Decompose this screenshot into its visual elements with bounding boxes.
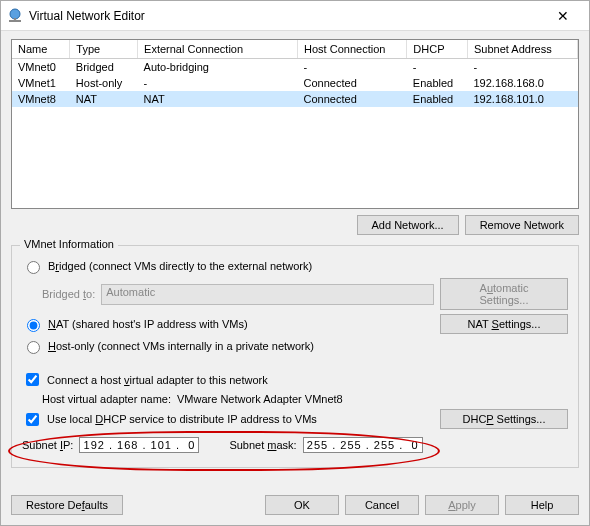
- use-dhcp-checkbox[interactable]: [26, 413, 39, 426]
- cell-ext: -: [138, 75, 298, 91]
- cell-ext: Auto-bridging: [138, 59, 298, 76]
- col-name[interactable]: Name: [12, 40, 70, 59]
- nat-radio-label[interactable]: NAT (shared host's IP address with VMs): [22, 316, 248, 332]
- table-row[interactable]: VMnet1Host-only-ConnectedEnabled192.168.…: [12, 75, 578, 91]
- col-host[interactable]: Host Connection: [298, 40, 407, 59]
- nat-radio[interactable]: [27, 319, 40, 332]
- col-dhcp[interactable]: DHCP: [407, 40, 468, 59]
- dhcp-settings-button[interactable]: DHCP Settings...: [440, 409, 568, 429]
- cell-subnet: -: [468, 59, 578, 76]
- cell-type: Host-only: [70, 75, 138, 91]
- vmnet-information-group: VMnet Information Bridged (connect VMs d…: [11, 245, 579, 468]
- cell-name: VMnet8: [12, 91, 70, 107]
- svg-rect-2: [14, 18, 16, 21]
- hostonly-radio-label[interactable]: Host-only (connect VMs internally in a p…: [22, 338, 314, 354]
- subnet-mask-input[interactable]: [303, 437, 423, 453]
- table-row[interactable]: VMnet8NATNATConnectedEnabled192.168.101.…: [12, 91, 578, 107]
- bridged-to-label: Bridged to:: [42, 288, 95, 300]
- subnet-mask-label: Subnet mask:: [229, 439, 296, 451]
- cell-host: Connected: [298, 75, 407, 91]
- cell-dhcp: Enabled: [407, 91, 468, 107]
- cell-subnet: 192.168.101.0: [468, 91, 578, 107]
- cell-type: Bridged: [70, 59, 138, 76]
- host-adapter-name-label: Host virtual adapter name:: [42, 393, 171, 405]
- help-button[interactable]: Help: [505, 495, 579, 515]
- cell-dhcp: Enabled: [407, 75, 468, 91]
- bridged-radio[interactable]: [27, 261, 40, 274]
- cell-name: VMnet0: [12, 59, 70, 76]
- cell-host: Connected: [298, 91, 407, 107]
- close-icon[interactable]: ✕: [543, 8, 583, 24]
- col-subnet[interactable]: Subnet Address: [468, 40, 578, 59]
- subnet-ip-input[interactable]: [79, 437, 199, 453]
- table-row[interactable]: VMnet0BridgedAuto-bridging---: [12, 59, 578, 76]
- bridged-to-select: Automatic: [101, 284, 434, 305]
- apply-button: Apply: [425, 495, 499, 515]
- remove-network-button[interactable]: Remove Network: [465, 215, 579, 235]
- automatic-settings-button: Automatic Settings...: [440, 278, 568, 310]
- window-title: Virtual Network Editor: [29, 9, 543, 23]
- connect-host-adapter-label[interactable]: Connect a host virtual adapter to this n…: [22, 370, 268, 389]
- cell-dhcp: -: [407, 59, 468, 76]
- svg-point-0: [10, 9, 20, 19]
- cell-subnet: 192.168.168.0: [468, 75, 578, 91]
- ok-button[interactable]: OK: [265, 495, 339, 515]
- body: Name Type External Connection Host Conne…: [1, 31, 589, 525]
- host-adapter-name-value: VMware Network Adapter VMnet8: [177, 393, 343, 405]
- subnet-ip-label: Subnet IP:: [22, 439, 73, 451]
- use-dhcp-label[interactable]: Use local DHCP service to distribute IP …: [22, 410, 317, 429]
- cancel-button[interactable]: Cancel: [345, 495, 419, 515]
- add-network-button[interactable]: Add Network...: [357, 215, 459, 235]
- app-icon: [7, 8, 23, 24]
- networks-table[interactable]: Name Type External Connection Host Conne…: [11, 39, 579, 209]
- cell-host: -: [298, 59, 407, 76]
- connect-host-adapter-checkbox[interactable]: [26, 373, 39, 386]
- group-title: VMnet Information: [20, 238, 118, 250]
- cell-name: VMnet1: [12, 75, 70, 91]
- bottom-button-row: Restore Defaults OK Cancel Apply Help: [11, 485, 579, 515]
- restore-defaults-button[interactable]: Restore Defaults: [11, 495, 123, 515]
- virtual-network-editor-window: Virtual Network Editor ✕ Name Type Exter…: [0, 0, 590, 526]
- cell-type: NAT: [70, 91, 138, 107]
- cell-ext: NAT: [138, 91, 298, 107]
- table-header-row: Name Type External Connection Host Conne…: [12, 40, 578, 59]
- nat-settings-button[interactable]: NAT Settings...: [440, 314, 568, 334]
- col-ext[interactable]: External Connection: [138, 40, 298, 59]
- titlebar: Virtual Network Editor ✕: [1, 1, 589, 31]
- hostonly-radio[interactable]: [27, 341, 40, 354]
- bridged-radio-label[interactable]: Bridged (connect VMs directly to the ext…: [22, 258, 312, 274]
- col-type[interactable]: Type: [70, 40, 138, 59]
